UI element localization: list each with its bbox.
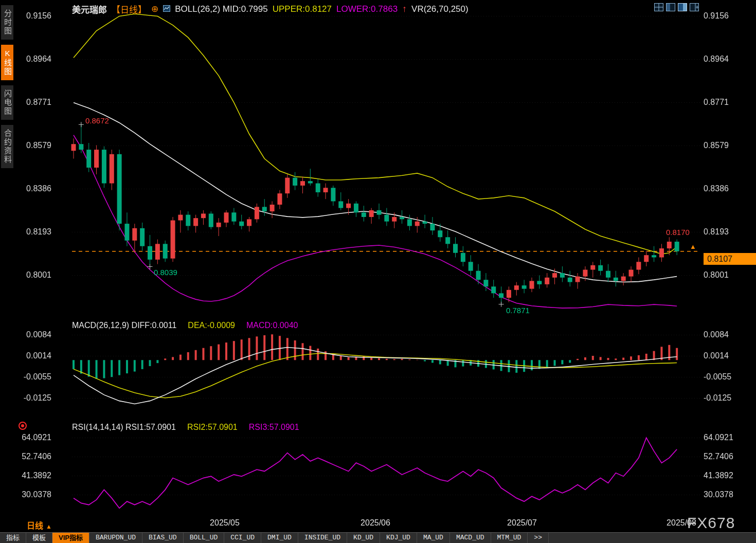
footer-tab-kdj[interactable]: KDJ_UD	[380, 533, 417, 543]
footer-tab-boll[interactable]: BOLL_UD	[184, 533, 225, 543]
period-selector-label: 日线	[27, 521, 43, 530]
y-axis-label-main-left-3: 0.8579	[14, 141, 51, 150]
last-price-tag: 0.8107	[704, 253, 756, 265]
y-axis-label-main-left-1: 0.8964	[14, 55, 51, 64]
boll-indicator-label: BOLL(26,2) MID:0.7995	[175, 4, 267, 14]
footer-tab-more[interactable]: >>	[528, 533, 549, 543]
period-up-arrow-icon: ▲	[46, 523, 52, 530]
last-price-arrow-icon: ▲	[690, 243, 696, 250]
plus-circle-icon[interactable]: ⊕	[151, 4, 158, 14]
high-annotation-0-8170: 0.8170	[666, 228, 690, 237]
footer-tab-dmi[interactable]: DMI_UD	[261, 533, 298, 543]
footer-tab-mtm[interactable]: MTM_UD	[491, 533, 528, 543]
layout-split-left-icon[interactable]	[666, 3, 675, 11]
footer-tab-indicator[interactable]: 指标	[0, 533, 26, 543]
rsi3-label: RSI3:57.0901	[249, 423, 299, 432]
window-layout-icons	[654, 3, 699, 11]
y-axis-label-main-left-6: 0.8001	[14, 270, 51, 280]
symbol-name: 美元瑞郎	[72, 3, 107, 15]
low-annotation-0-7871: 0.7871	[506, 306, 530, 315]
price-up-arrow-icon: ↑	[402, 4, 407, 14]
y-axis-label-macd-left-1: 0.0014	[14, 351, 51, 360]
sidebar-tab-time-share-chart[interactable]: 分时图	[1, 5, 13, 40]
rsi-title: RSI(14,14,14) RSI1:57.0901	[72, 423, 176, 432]
x-axis-label-2025-05: 2025/05	[203, 518, 246, 528]
macd-title: MACD(26,12,9) DIFF:0.0011	[72, 321, 176, 330]
price-chart-canvas[interactable]	[0, 0, 756, 532]
y-axis-label-main-left-0: 0.9156	[14, 11, 51, 21]
sidebar-tab-kline-chart[interactable]: K线图	[1, 45, 13, 80]
period-tag[interactable]: 【日线】	[112, 3, 147, 15]
y-axis-label-main-right-6: 0.8001	[704, 270, 729, 280]
footer-tab-barupdn[interactable]: BARUPDN_UD	[89, 533, 142, 543]
y-axis-label-macd-left-2: -0.0055	[14, 372, 51, 382]
y-axis-label-rsi-left-1: 52.7406	[14, 452, 51, 461]
footer-tab-inside[interactable]: INSIDE_UD	[298, 533, 347, 543]
y-axis-label-main-left-4: 0.8386	[14, 184, 51, 193]
high-annotation-0-8672: 0.8672	[85, 116, 109, 125]
y-axis-label-rsi-right-3: 30.0378	[704, 490, 733, 499]
x-axis-label-2025-07: 2025/07	[500, 518, 544, 528]
macd-panel-header: MACD(26,12,9) DIFF:0.0011 DEA:-0.0009 MA…	[72, 321, 298, 330]
chart-header: 美元瑞郎 【日线】 ⊕ BOLL(26,2) MID:0.7995 UPPER:…	[72, 3, 469, 15]
y-axis-label-macd-left-3: -0.0125	[14, 393, 51, 403]
y-axis-label-rsi-right-0: 64.0921	[704, 433, 733, 442]
boll-lower-label: LOWER:0.7863	[336, 4, 398, 14]
layout-grid-icon[interactable]	[654, 3, 663, 11]
y-axis-label-rsi-left-0: 64.0921	[14, 433, 51, 442]
sidebar: 分时图K线图闪电图合约资料	[0, 0, 14, 532]
period-selector[interactable]: 日线▲	[27, 519, 52, 531]
y-axis-label-main-right-1: 0.8964	[704, 55, 729, 64]
footer-tab-kd[interactable]: KD_UD	[347, 533, 380, 543]
footer-tab-macd[interactable]: MACD_UD	[450, 533, 491, 543]
macd-dea-label: DEA:-0.0009	[188, 321, 235, 330]
rsi-panel-header: RSI(14,14,14) RSI1:57.0901 RSI2:57.0901 …	[72, 423, 299, 432]
indicator-tab-bar: 指标模板VIP指标BARUPDN_UDBIAS_UDBOLL_UDCCI_UDD…	[0, 532, 756, 543]
y-axis-label-rsi-right-1: 52.7406	[704, 452, 733, 461]
footer-tab-vip-indicator[interactable]: VIP指标	[52, 533, 89, 543]
y-axis-label-main-right-5: 0.8193	[704, 227, 729, 237]
vr-indicator-label: VR(26,70,250)	[411, 4, 469, 14]
y-axis-label-macd-right-2: -0.0055	[704, 372, 731, 382]
y-axis-label-main-left-5: 0.8193	[14, 227, 51, 237]
rsi-marker-icon	[19, 422, 27, 430]
y-axis-label-macd-left-0: 0.0084	[14, 330, 51, 339]
y-axis-label-main-right-2: 0.8771	[704, 98, 729, 107]
layout-split-right-icon[interactable]	[678, 3, 687, 11]
boll-upper-label: UPPER:0.8127	[273, 4, 332, 14]
rsi2-label: RSI2:57.0901	[187, 423, 238, 432]
y-axis-label-rsi-right-2: 41.3892	[704, 471, 733, 480]
y-axis-label-macd-right-1: 0.0014	[704, 351, 729, 360]
y-axis-label-main-right-4: 0.8386	[704, 184, 729, 193]
y-axis-label-main-right-0: 0.9156	[704, 11, 729, 21]
macd-value-label: MACD:0.0040	[246, 321, 298, 330]
mini-chart-icon[interactable]	[163, 4, 170, 14]
footer-tab-bias[interactable]: BIAS_UD	[142, 533, 184, 543]
y-axis-label-rsi-left-3: 30.0378	[14, 490, 51, 499]
footer-tab-cci[interactable]: CCI_UD	[224, 533, 261, 543]
watermark: FX678	[687, 514, 735, 532]
y-axis-label-rsi-left-2: 41.3892	[14, 471, 51, 480]
y-axis-label-main-right-3: 0.8579	[704, 141, 729, 150]
y-axis-label-main-left-2: 0.8771	[14, 98, 51, 107]
y-axis-label-macd-right-3: -0.0125	[704, 393, 731, 403]
sidebar-tab-contract-info[interactable]: 合约资料	[1, 125, 13, 168]
low-annotation-0-8039: 0.8039	[154, 268, 177, 277]
y-axis-label-macd-right-0: 0.0084	[704, 330, 729, 339]
x-axis-label-2025-06: 2025/06	[354, 518, 397, 528]
footer-tab-template[interactable]: 模板	[26, 533, 52, 543]
footer-tab-ma[interactable]: MA_UD	[417, 533, 450, 543]
sidebar-tab-lightning-chart[interactable]: 闪电图	[1, 85, 13, 120]
layout-new-pane-icon[interactable]	[690, 3, 699, 11]
